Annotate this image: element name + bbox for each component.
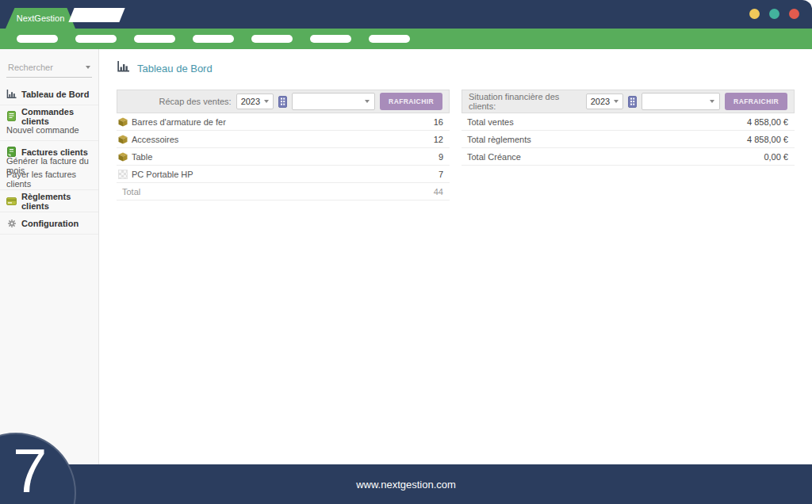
refresh-button[interactable]: RAFRAICHIR: [380, 93, 442, 110]
filter-select[interactable]: [642, 93, 720, 110]
row-value: 4 858,00 €: [747, 135, 788, 144]
bar-chart-icon: [6, 90, 17, 99]
sidebar: Tableau de Bord Commandes clients Nouvel…: [0, 49, 99, 464]
sidebar-item-label: Configuration: [21, 219, 79, 228]
gear-icon: [6, 219, 17, 228]
sidebar-item-tableau-de-bord[interactable]: Tableau de Bord: [0, 87, 98, 101]
grid-dots-icon[interactable]: [278, 96, 287, 108]
divider: [0, 234, 98, 235]
row-value: 16: [434, 117, 443, 127]
sidebar-item-label: Nouvel commande: [6, 125, 79, 135]
footer-url: www.nextgestion.com: [356, 479, 456, 491]
year-value: 2023: [591, 97, 610, 106]
page-number: 7: [13, 439, 47, 504]
table-row: Barres d'armature de fer 16: [117, 113, 450, 131]
divider: [0, 105, 98, 105]
package-icon: [118, 135, 128, 144]
nav-pill[interactable]: [17, 35, 58, 43]
row-value: 12: [434, 135, 443, 144]
row-label: Total Créance: [467, 152, 521, 162]
sales-recap-header: Récap des ventes: 2023 RAFRAICHIR: [117, 90, 450, 113]
package-icon: [118, 117, 128, 127]
nav-pill[interactable]: [134, 35, 175, 43]
panel-title: Situation financière des clients:: [469, 92, 581, 111]
sidebar-item-configuration[interactable]: Configuration: [0, 216, 98, 230]
table-row: Accessoires 12: [117, 131, 450, 148]
sidebar-item-label: Commandes clients: [21, 107, 92, 126]
table-row: Table 9: [117, 148, 450, 166]
row-value: 4 858,00 €: [747, 117, 788, 127]
table-row: Total Créance 0,00 €: [462, 148, 795, 166]
page-title-text: Tableau de Bord: [137, 63, 213, 74]
row-label: Total: [118, 187, 140, 197]
financial-situation-panel: Situation financière des clients: 2023 R…: [462, 90, 795, 200]
row-value: 9: [439, 152, 443, 162]
nav-pill[interactable]: [369, 35, 410, 43]
chevron-down-icon: [614, 100, 619, 103]
window-title-bar: NextGestion: [0, 0, 812, 29]
row-label: PC Portable HP: [132, 170, 193, 179]
zoom-dot-icon[interactable]: [769, 9, 779, 19]
row-label: Table: [132, 152, 152, 162]
document-icon: [6, 111, 17, 121]
chevron-down-icon: [264, 100, 269, 103]
row-value: 0,00 €: [764, 152, 788, 162]
grid-dots-icon[interactable]: [628, 96, 637, 108]
divider: [0, 212, 98, 212]
nav-pill[interactable]: [310, 35, 351, 43]
row-value: 44: [434, 187, 443, 197]
row-value: 7: [439, 170, 443, 179]
filter-select[interactable]: [292, 93, 375, 110]
search-box[interactable]: [6, 60, 92, 78]
sidebar-item-reglements-clients[interactable]: Règlements clients: [0, 194, 98, 208]
bar-chart-icon: [117, 61, 130, 75]
row-label: Total règlements: [467, 135, 531, 144]
nav-pill[interactable]: [251, 35, 293, 43]
package-icon: [118, 152, 128, 162]
year-select[interactable]: 2023: [236, 94, 274, 109]
blank-tab[interactable]: [68, 8, 124, 22]
main-navbar: [0, 29, 812, 49]
chevron-down-icon: [365, 100, 370, 103]
total-row: Total 44: [117, 183, 450, 200]
row-label: Barres d'armature de fer: [132, 117, 226, 127]
sidebar-item-label: Règlements clients: [21, 192, 92, 211]
sidebar-item-payer-factures[interactable]: Payer les factures clients: [0, 172, 98, 185]
divider: [0, 189, 98, 190]
brand-tab[interactable]: NextGestion: [6, 8, 75, 29]
image-placeholder-icon: [118, 170, 128, 179]
financial-situation-header: Situation financière des clients: 2023 R…: [462, 90, 795, 113]
close-dot-icon[interactable]: [789, 9, 799, 19]
year-select[interactable]: 2023: [586, 94, 623, 109]
row-label: Total ventes: [467, 117, 514, 127]
footer: www.nextgestion.com: [0, 464, 812, 504]
year-value: 2023: [241, 97, 260, 106]
main-content: Tableau de Bord Récap des ventes: 2023: [99, 49, 812, 464]
sales-recap-panel: Récap des ventes: 2023 RAFRAICHIR: [117, 90, 450, 200]
sidebar-item-commandes-clients[interactable]: Commandes clients: [0, 109, 98, 123]
page-title: Tableau de Bord: [117, 61, 812, 75]
table-row: Total règlements 4 858,00 €: [462, 131, 795, 148]
table-row: Total ventes 4 858,00 €: [462, 113, 795, 131]
panel-title: Récap des ventes:: [159, 97, 232, 106]
nav-pill[interactable]: [75, 35, 117, 43]
minimize-dot-icon[interactable]: [749, 9, 760, 19]
window-controls: [749, 9, 799, 19]
row-label: Accessoires: [132, 135, 178, 144]
search-input[interactable]: [8, 63, 81, 72]
table-row: PC Portable HP 7: [117, 166, 450, 183]
sidebar-item-label: Tableau de Bord: [21, 90, 89, 99]
divider: [0, 140, 98, 141]
chevron-down-icon: [86, 66, 90, 69]
sidebar-item-label: Payer les factures clients: [6, 170, 92, 189]
chevron-down-icon: [710, 100, 714, 103]
refresh-button[interactable]: RAFRAICHIR: [725, 93, 787, 110]
payment-card-icon: [6, 197, 17, 205]
nav-pill[interactable]: [193, 35, 234, 43]
